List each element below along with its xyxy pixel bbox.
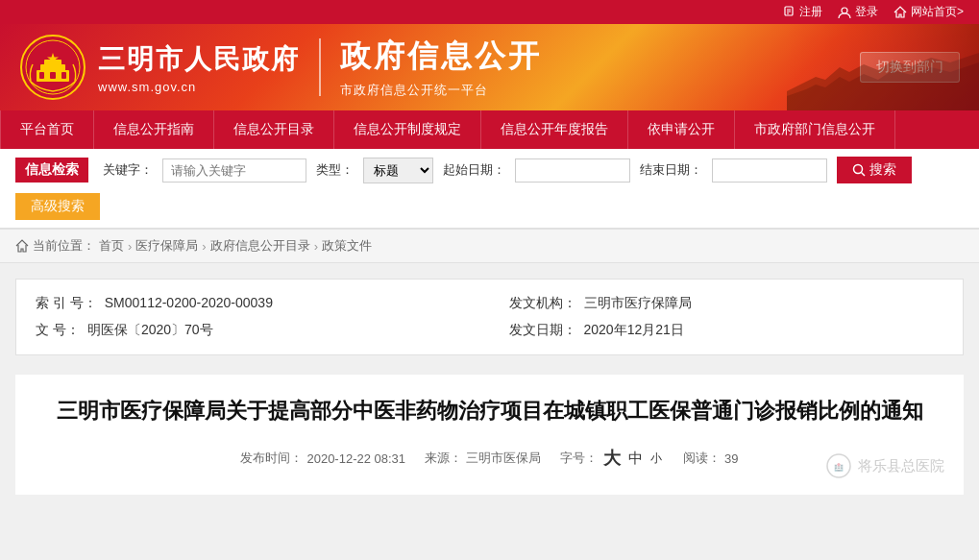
breadcrumb-current-label: 当前位置： [33,237,95,255]
login-label: 登录 [855,4,878,20]
org-key: 发文机构： [509,295,576,312]
read-count-item: 阅读： 39 [683,450,738,467]
org-val: 三明市医疗保障局 [584,295,692,312]
keyword-label: 关键字： [103,161,153,179]
breadcrumb-sep-3: › [314,239,318,254]
publish-time-label: 发布时间： [240,450,303,467]
publish-time-val: 2020-12-22 08:31 [306,451,405,466]
doc-info-row-2: 文 号： 明医保〔2020〕70号 发文日期： 2020年12月21日 [36,322,943,339]
index-field: 索 引 号： SM00112-0200-2020-00039 [36,295,471,312]
keyword-input[interactable] [162,158,306,183]
search-bar: 信息检索 关键字： 类型： 标题 全文 索引号 起始日期： 结束日期： 搜索 高… [0,149,979,230]
register-label: 注册 [799,4,822,20]
enddate-input[interactable] [712,158,827,183]
startdate-input[interactable] [515,158,630,183]
breadcrumb-sep-1: › [128,239,132,254]
read-count-label: 阅读： [683,450,721,467]
svg-rect-11 [50,72,56,79]
government-emblem [19,34,86,101]
site-name: 三明市人民政府 www.sm.gov.cn [98,41,300,94]
advanced-search-button[interactable]: 高级搜索 [15,193,100,220]
publish-time-item: 发布时间： 2020-12-22 08:31 [240,450,405,467]
index-val: SM00112-0200-2020-00039 [105,295,273,312]
home-icon [893,6,907,19]
article-meta: 发布时间： 2020-12-22 08:31 来源： 三明市医保局 字号： 大 … [15,439,964,485]
breadcrumb-home[interactable]: 首页 [99,237,124,255]
site-title: 三明市人民政府 [98,41,300,78]
svg-rect-10 [39,72,44,79]
watermark-icon: 🏥 [825,452,852,479]
enddate-label: 结束日期： [640,161,702,179]
main-content: 索 引 号： SM00112-0200-2020-00039 发文机构： 三明市… [0,263,979,510]
search-section-label: 信息检索 [15,158,88,183]
register-icon [782,6,795,19]
main-nav: 平台首页 信息公开指南 信息公开目录 信息公开制度规定 信息公开年度报告 依申请… [0,110,979,149]
source-val: 三明市医保局 [466,450,541,467]
breadcrumb-level3: 政策文件 [322,237,372,255]
platform-title: 政府信息公开 [340,36,542,78]
nav-item-dept[interactable]: 市政府部门信息公开 [735,110,895,149]
date-val: 2020年12月21日 [584,322,684,339]
register-link[interactable]: 注册 [782,4,822,20]
fontsize-label: 字号： [560,450,598,467]
org-field: 发文机构： 三明市医疗保障局 [509,295,944,312]
nav-item-guide[interactable]: 信息公开指南 [94,110,214,149]
docnum-field: 文 号： 明医保〔2020〕70号 [36,322,471,339]
nav-item-catalog[interactable]: 信息公开目录 [214,110,334,149]
doc-info-row-1: 索 引 号： SM00112-0200-2020-00039 发文机构： 三明市… [36,295,943,312]
logo-area: 三明市人民政府 www.sm.gov.cn [19,34,300,101]
breadcrumb-level1[interactable]: 医疗保障局 [135,237,198,255]
header-decoration [787,24,979,110]
breadcrumb-level2[interactable]: 政府信息公开目录 [210,237,310,255]
watermark-text: 将乐县总医院 [858,457,944,475]
nav-item-home[interactable]: 平台首页 [0,110,94,149]
platform-subtitle: 市政府信息公开统一平台 [340,82,542,99]
nav-item-request[interactable]: 依申请公开 [628,110,735,149]
top-bar: 注册 登录 网站首页> [0,0,979,24]
startdate-label: 起始日期： [443,161,505,179]
svg-rect-12 [61,72,66,79]
docnum-val: 明医保〔2020〕70号 [87,322,213,339]
fontsize-small-btn[interactable]: 小 [649,450,664,467]
index-key: 索 引 号： [36,295,97,312]
breadcrumb-home-icon [15,239,29,253]
svg-text:🏥: 🏥 [834,462,844,472]
date-key: 发文日期： [509,322,576,339]
watermark: 🏥 将乐县总医院 [825,452,944,479]
fontsize-controls: 字号： 大 中 小 [560,447,664,470]
header-divider [319,38,321,96]
fontsize-large-btn[interactable]: 大 [601,447,623,470]
search-button[interactable]: 搜索 [837,157,912,183]
type-label: 类型： [316,161,354,179]
svg-point-4 [842,8,847,13]
article-title: 三明市医疗保障局关于提高部分中医非药物治疗项目在城镇职工医保普通门诊报销比例的通… [15,375,964,439]
source-item: 来源： 三明市医保局 [425,450,541,467]
nav-item-annual[interactable]: 信息公开年度报告 [481,110,628,149]
docnum-key: 文 号： [36,322,80,339]
home-link[interactable]: 网站首页> [893,4,964,20]
read-count-val: 39 [724,451,738,466]
svg-point-15 [854,165,863,174]
doc-info-box: 索 引 号： SM00112-0200-2020-00039 发文机构： 三明市… [15,279,964,355]
type-select[interactable]: 标题 全文 索引号 [363,158,433,183]
home-label: 网站首页> [911,4,964,20]
search-icon [852,163,866,177]
header: 三明市人民政府 www.sm.gov.cn 政府信息公开 市政府信息公开统一平台… [0,24,979,110]
svg-line-16 [862,173,866,177]
breadcrumb: 当前位置： 首页 › 医疗保障局 › 政府信息公开目录 › 政策文件 [0,230,979,263]
nav-item-regulation[interactable]: 信息公开制度规定 [334,110,481,149]
breadcrumb-sep-2: › [202,239,206,254]
source-label: 来源： [425,450,462,467]
fontsize-medium-btn[interactable]: 中 [626,450,645,468]
article-area: 三明市医疗保障局关于提高部分中医非药物治疗项目在城镇职工医保普通门诊报销比例的通… [15,375,964,495]
login-icon [838,6,851,19]
login-link[interactable]: 登录 [838,4,878,20]
date-field: 发文日期： 2020年12月21日 [509,322,944,339]
site-url: www.sm.gov.cn [98,80,300,94]
platform-name: 政府信息公开 市政府信息公开统一平台 [340,36,542,99]
